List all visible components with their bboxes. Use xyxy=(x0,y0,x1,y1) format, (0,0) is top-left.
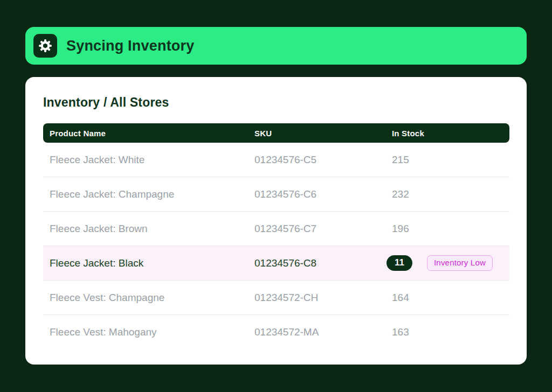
inventory-low-badge: Inventory Low xyxy=(427,255,493,271)
table-row[interactable]: Fleece Vest: Mahogany 01234572-MA 163 xyxy=(43,315,509,349)
gear-icon xyxy=(33,34,57,58)
stock-value: 163 xyxy=(392,326,409,338)
stock-cell: 164 xyxy=(392,292,509,304)
table-body: Fleece Jacket: White 01234576-C5 215 Fle… xyxy=(43,143,509,349)
stock-value: 196 xyxy=(392,223,409,235)
inventory-table: Product Name SKU In Stock Fleece Jacket:… xyxy=(43,123,509,349)
inventory-card: Inventory / All Stores Product Name SKU … xyxy=(25,77,527,365)
column-header-stock: In Stock xyxy=(392,129,509,138)
banner-title: Syncing Inventory xyxy=(66,38,194,54)
stock-cell: 215 xyxy=(392,154,509,166)
stock-cell: 232 xyxy=(392,188,509,200)
table-row[interactable]: Fleece Jacket: Black 01234576-C8 11 Inve… xyxy=(43,246,509,281)
column-header-product: Product Name xyxy=(43,129,254,138)
sku-cell: 01234576-C5 xyxy=(254,154,392,166)
product-name-cell: Fleece Jacket: Black xyxy=(43,257,254,269)
table-header: Product Name SKU In Stock xyxy=(43,123,509,143)
table-row[interactable]: Fleece Vest: Champagne 01234572-CH 164 xyxy=(43,281,509,315)
stock-value: 164 xyxy=(392,292,409,304)
sku-cell: 01234576-C8 xyxy=(254,257,392,269)
product-name-cell: Fleece Jacket: Champagne xyxy=(43,188,254,200)
table-row[interactable]: Fleece Jacket: Champagne 01234576-C6 232 xyxy=(43,177,509,212)
stock-value: 232 xyxy=(392,188,409,200)
sku-cell: 01234572-MA xyxy=(254,326,392,338)
page-title: Inventory / All Stores xyxy=(43,95,509,110)
stock-cell: 196 xyxy=(392,223,509,235)
sku-cell: 01234576-C7 xyxy=(254,223,392,235)
stock-value: 11 xyxy=(387,255,412,270)
stock-cell: 163 xyxy=(392,326,509,338)
column-header-sku: SKU xyxy=(254,129,392,138)
product-name-cell: Fleece Jacket: Brown xyxy=(43,223,254,235)
sync-banner: Syncing Inventory xyxy=(25,27,527,65)
product-name-cell: Fleece Vest: Mahogany xyxy=(43,326,254,338)
product-name-cell: Fleece Jacket: White xyxy=(43,154,254,166)
sku-cell: 01234572-CH xyxy=(254,292,392,304)
stock-value: 215 xyxy=(392,154,409,166)
sku-cell: 01234576-C6 xyxy=(254,188,392,200)
page-background: Syncing Inventory Inventory / All Stores… xyxy=(0,0,552,392)
product-name-cell: Fleece Vest: Champagne xyxy=(43,292,254,304)
stock-cell: 11 Inventory Low xyxy=(392,255,509,271)
table-row[interactable]: Fleece Jacket: Brown 01234576-C7 196 xyxy=(43,212,509,246)
table-row[interactable]: Fleece Jacket: White 01234576-C5 215 xyxy=(43,143,509,177)
